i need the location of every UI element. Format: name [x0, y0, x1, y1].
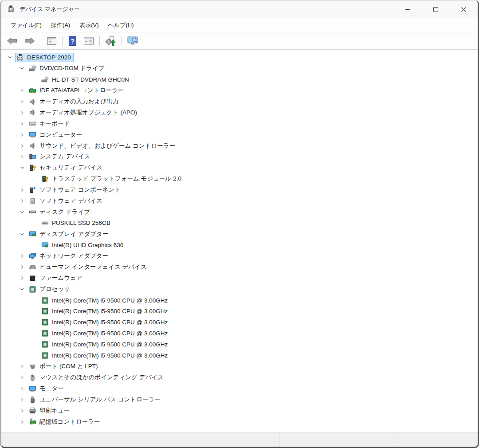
- chevron-placeholder: [31, 352, 39, 359]
- chevron-placeholder: [31, 307, 39, 315]
- tree-item[interactable]: Intel(R) Core(TM) i5-9500 CPU @ 3.00GHz: [1, 328, 478, 339]
- tree-item[interactable]: PUSKILL SSD 256GB: [1, 217, 478, 228]
- chevron-right-icon[interactable]: [18, 153, 26, 161]
- audio-icon: [29, 142, 36, 149]
- tree-item[interactable]: ディスク ドライブ: [1, 206, 478, 217]
- chevron-right-icon[interactable]: [18, 418, 26, 425]
- mouse-icon: [29, 374, 36, 381]
- chevron-right-icon[interactable]: [18, 363, 26, 370]
- tree-item[interactable]: Intel(R) Core(TM) i5-9500 CPU @ 3.00GHz: [1, 306, 478, 317]
- computer-icon: [16, 54, 24, 61]
- tree-item-label: 記憶域コントローラー: [39, 418, 100, 426]
- tree-item[interactable]: ユニバーサル シリアル バス コントローラー: [1, 394, 478, 405]
- chevron-down-icon[interactable]: [18, 230, 26, 238]
- tree-item[interactable]: ネットワーク アダプター: [1, 251, 478, 262]
- chevron-right-icon[interactable]: [18, 263, 26, 271]
- tree-item[interactable]: トラステッド プラットフォーム モジュール 2.0: [1, 173, 478, 185]
- chevron-right-icon[interactable]: [18, 142, 26, 149]
- tree-item[interactable]: HL-DT-ST DVDRAM GHC0N: [1, 74, 478, 85]
- tree-item[interactable]: ソフトウェア コンポーネント: [1, 185, 478, 196]
- tree-item[interactable]: サウンド、ビデオ、およびゲーム コントローラー: [1, 140, 478, 151]
- chevron-right-icon[interactable]: [18, 407, 26, 414]
- chevron-right-icon[interactable]: [18, 252, 26, 260]
- chevron-down-icon[interactable]: [18, 164, 26, 172]
- tree-item[interactable]: オーディオの入力および出力: [1, 96, 478, 107]
- toolbar-separator: [99, 36, 100, 46]
- scan-hardware-changes-button[interactable]: [103, 35, 118, 47]
- tree-item[interactable]: Intel(R) Core(TM) i5-9500 CPU @ 3.00GHz: [1, 339, 478, 350]
- tree-item[interactable]: DESKTOP-2920: [1, 52, 478, 63]
- tree-item[interactable]: DVD/CD-ROM ドライブ: [1, 63, 478, 74]
- arrow-left-icon: [6, 36, 18, 45]
- help-button[interactable]: ?: [66, 35, 79, 47]
- tree-item[interactable]: ファームウェア: [1, 273, 478, 284]
- chevron-down-icon[interactable]: [6, 54, 14, 61]
- tree-item[interactable]: 記憶域コントローラー: [1, 416, 478, 427]
- tree-item[interactable]: ディスプレイ アダプター: [1, 228, 478, 240]
- tree-item[interactable]: セキュリティ デバイス: [1, 162, 478, 173]
- tree-item[interactable]: システム デバイス: [1, 151, 478, 162]
- chevron-placeholder: [31, 318, 39, 326]
- chevron-placeholder: [31, 175, 39, 183]
- chevron-right-icon[interactable]: [18, 186, 26, 194]
- chevron-right-icon[interactable]: [18, 98, 26, 106]
- device-tree: DESKTOP-2920DVD/CD-ROM ドライブHL-DT-ST DVDR…: [1, 50, 478, 433]
- chevron-right-icon[interactable]: [18, 87, 26, 94]
- status-bar: [1, 432, 478, 447]
- chevron-right-icon[interactable]: [18, 385, 26, 393]
- ide-controller-icon: [29, 87, 36, 94]
- show-hide-console-tree-button[interactable]: [44, 35, 59, 47]
- arrow-right-icon: [24, 36, 35, 45]
- menu-action[interactable]: 操作(A): [47, 20, 74, 31]
- chevron-right-icon[interactable]: [18, 109, 26, 116]
- tree-item-label: PUSKILL SSD 256GB: [52, 220, 110, 226]
- tree-item[interactable]: 印刷キュー: [1, 405, 478, 417]
- tree-item-label: ファームウェア: [39, 274, 82, 282]
- maximize-button[interactable]: [422, 0, 450, 18]
- menu-view[interactable]: 表示(V): [75, 20, 102, 31]
- tree-item[interactable]: ポート (COM と LPT): [1, 361, 478, 372]
- chevron-right-icon[interactable]: [18, 396, 26, 404]
- chevron-right-icon[interactable]: [18, 197, 26, 205]
- title-bar: デバイス マネージャー: [1, 0, 478, 18]
- tree-item[interactable]: モニター: [1, 383, 478, 394]
- tree-item[interactable]: キーボード: [1, 118, 478, 129]
- chevron-down-icon[interactable]: [18, 208, 26, 216]
- forward-button[interactable]: [22, 35, 38, 47]
- close-button[interactable]: [450, 0, 478, 18]
- tree-item[interactable]: Intel(R) Core(TM) i5-9500 CPU @ 3.00GHz: [1, 317, 478, 328]
- tree-item[interactable]: マウスとそのほかのポインティング デバイス: [1, 372, 478, 383]
- tree-item[interactable]: Intel(R) UHD Graphics 630: [1, 240, 478, 251]
- tree-item-label: ディスク ドライブ: [39, 208, 90, 216]
- search-computer-button[interactable]: [125, 35, 142, 47]
- chevron-right-icon[interactable]: [18, 275, 26, 282]
- chevron-placeholder: [31, 241, 39, 249]
- security-device-icon: [41, 175, 49, 183]
- back-button[interactable]: [4, 35, 20, 47]
- security-device-icon: [29, 164, 36, 172]
- tree-item[interactable]: Intel(R) Core(TM) i5-9500 CPU @ 3.00GHz: [1, 350, 478, 361]
- network-adapter-icon: [29, 252, 36, 260]
- processor-icon: [41, 352, 49, 359]
- menu-bar: ファイル(F) 操作(A) 表示(V) ヘルプ(H): [1, 18, 478, 32]
- chevron-right-icon[interactable]: [18, 374, 26, 381]
- menu-help[interactable]: ヘルプ(H): [104, 20, 138, 31]
- tree-item[interactable]: オーディオ処理オブジェクト (APO): [1, 107, 478, 118]
- display-adapter-icon: [29, 230, 36, 238]
- properties-button[interactable]: [81, 35, 96, 47]
- tree-item[interactable]: プロセッサ: [1, 284, 478, 295]
- tree-item-label: システム デバイス: [39, 153, 90, 161]
- tree-item-label: キーボード: [39, 120, 70, 128]
- minimize-button[interactable]: [394, 0, 422, 18]
- tree-item[interactable]: ソフトウェア デバイス: [1, 196, 478, 207]
- chevron-right-icon[interactable]: [18, 120, 26, 127]
- tree-item[interactable]: コンピューター: [1, 129, 478, 140]
- chevron-down-icon[interactable]: [18, 65, 26, 72]
- tree-item[interactable]: Intel(R) Core(TM) i5-9500 CPU @ 3.00GHz: [1, 295, 478, 306]
- chevron-right-icon[interactable]: [18, 131, 26, 138]
- menu-file[interactable]: ファイル(F): [7, 20, 46, 31]
- chevron-down-icon[interactable]: [18, 286, 26, 293]
- audio-icon: [29, 98, 36, 106]
- tree-item[interactable]: ヒューマン インターフェイス デバイス: [1, 262, 478, 273]
- tree-item[interactable]: IDE ATA/ATAPI コントローラー: [1, 85, 478, 96]
